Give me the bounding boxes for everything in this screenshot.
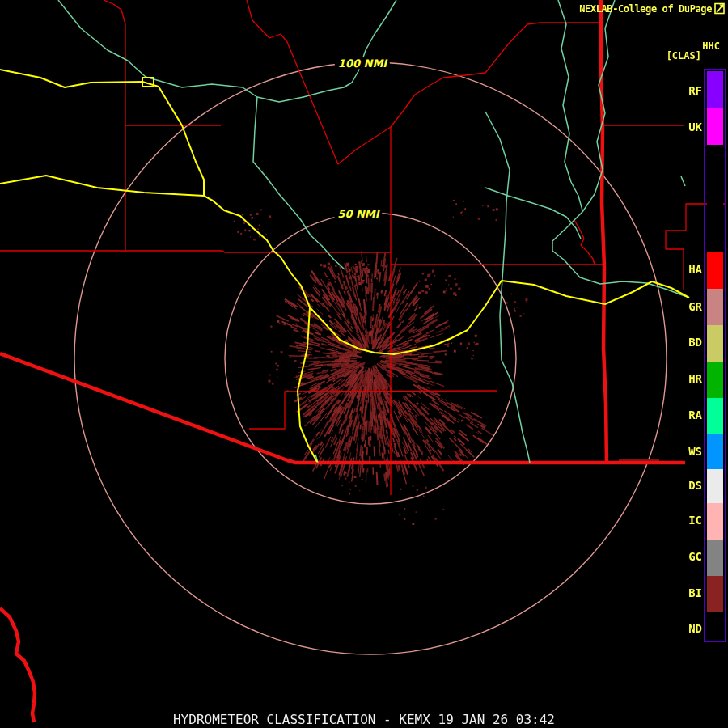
county-lines-polyline	[574, 220, 595, 265]
legend-label-nd: ND	[688, 621, 702, 636]
legend-swatch-rf	[707, 71, 723, 108]
rivers-polyline	[681, 176, 685, 186]
legend-swatch-gc	[707, 540, 723, 576]
header-brand: NEXLAB-College of DuPage	[579, 2, 726, 15]
legend-swatch-uk	[707, 108, 723, 145]
legend-label-gr: GR	[688, 299, 702, 314]
legend-label-bi: BI	[688, 586, 702, 600]
radar-viewer-screen: 50 NMI100 NMI NEXLAB-College of DuPage H…	[0, 0, 728, 728]
legend-swatch-ds	[707, 469, 723, 503]
brand-text: NEXLAB-College of DuPage	[579, 3, 712, 15]
product-title: HYDROMETEOR CLASSIFICATION - KEMX 19 JAN…	[0, 712, 728, 727]
legend-label-rf: RF	[688, 83, 702, 98]
legend-label-gc: GC	[688, 549, 702, 564]
county-lines-polyline	[247, 0, 600, 164]
legend-swatch-unused	[707, 145, 723, 252]
legend-label-ra: RA	[688, 408, 702, 422]
legend-label-bd: BD	[688, 335, 702, 349]
rivers-polyline	[552, 0, 689, 298]
rivers-polyline	[58, 0, 396, 102]
square-diagonal-icon	[714, 2, 726, 15]
legend-swatch-gr	[707, 289, 723, 325]
county-lines-polyline	[249, 391, 497, 429]
thick-borders-polyline	[0, 353, 685, 463]
map-overlay	[0, 0, 728, 728]
product-tag: [CLAS]	[667, 50, 701, 61]
legend-label-uk: UK	[688, 120, 702, 134]
legend-label-ds: DS	[688, 478, 702, 493]
legend-label-hr: HR	[688, 371, 702, 386]
legend-swatch-bi	[707, 576, 723, 612]
rivers-polyline	[558, 0, 582, 210]
legend-label-ha: HA	[688, 262, 702, 277]
legend-swatch-nd	[707, 612, 723, 639]
product-code: HHC	[702, 40, 720, 52]
legend-swatch-ra	[707, 398, 723, 434]
legend-swatch-bd	[707, 325, 723, 362]
legend-label-ic: IC	[688, 513, 702, 527]
rivers-polyline	[485, 112, 530, 463]
legend-swatch-ha	[707, 252, 723, 289]
legend-swatch-hr	[707, 362, 723, 398]
thick-borders-polyline	[0, 608, 35, 722]
range-ring-50-nmi	[225, 213, 516, 504]
legend-label-ws: WS	[688, 444, 702, 459]
highways-polyline	[298, 307, 317, 462]
legend-swatch-ws	[707, 434, 723, 469]
rivers-polyline	[485, 188, 581, 239]
county-lines-polyline	[0, 251, 391, 252]
range-ring-100-nmi	[74, 62, 667, 654]
legend-swatch-ic	[707, 503, 723, 540]
ring-label-50-nmi: 50 NMI	[334, 208, 382, 220]
rivers-polyline	[253, 97, 345, 269]
ring-label-100-nmi: 100 NMI	[335, 57, 390, 70]
highways-polyline	[0, 176, 204, 196]
